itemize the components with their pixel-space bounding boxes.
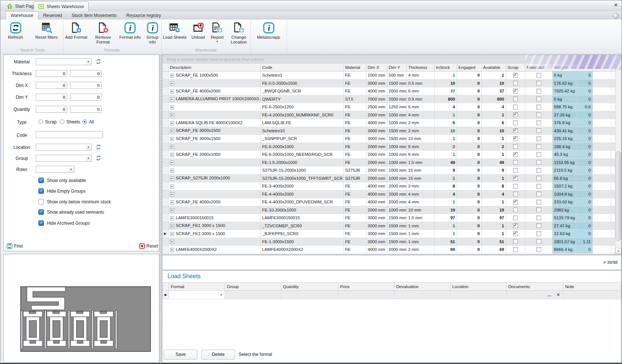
type-radio-all[interactable] (82, 119, 87, 124)
metalclick-checkbox[interactable] (536, 216, 541, 220)
table-row[interactable]: +FE-6-2500x1250FE2500 mm1250 mm6 mm40458… (162, 103, 615, 111)
metalclick-checkbox[interactable] (536, 105, 541, 109)
ribbon-tab-warehouse[interactable]: Warehouse (6, 11, 38, 20)
table-row[interactable]: +SCRAP_S275JR 2000x1000S275JR-15-2000x10… (162, 174, 615, 182)
vertical-scrollbar[interactable]: ▲ ▼ (615, 64, 621, 254)
metalclick-checkbox[interactable] (536, 184, 541, 189)
ls-column-header-note[interactable]: Note (563, 283, 621, 291)
load-sheets-row[interactable]: ▶ ▼ … ✕ (163, 291, 621, 299)
metalclick-checkbox[interactable] (536, 231, 541, 236)
ribbon-tab-resource-registry[interactable]: Resource registry (121, 11, 166, 20)
thickness-max-input[interactable] (70, 70, 101, 77)
table-row[interactable]: ▶+SCRAP_FE1 3000 x 1500_BJFKPPEI_SCR0FE3… (162, 230, 615, 238)
scrap-checkbox[interactable] (513, 73, 518, 78)
scrap-checkbox[interactable] (513, 247, 518, 252)
expand-icon[interactable]: + (170, 192, 174, 196)
unload-button[interactable]: Unload ▾ (189, 22, 207, 45)
ribbon-tab-reserved[interactable]: Reserved (38, 11, 67, 20)
table-row[interactable]: +LAMIERA SQLIB FE 4000X1000X2LAM.SQLIB.F… (162, 119, 615, 127)
expand-icon[interactable]: + (170, 248, 174, 252)
expand-icon[interactable]: + (170, 137, 174, 141)
code-input[interactable] (36, 131, 103, 138)
scrap-checkbox[interactable] (513, 128, 518, 133)
table-row[interactable]: +FE-4-2000x1000_MJMRKKNF_SCR0FE2000 mm10… (162, 111, 615, 119)
note-cell[interactable] (563, 291, 621, 299)
table-row[interactable]: +SCRAP_FE 1000x500Scheletro1FE1000 mm500… (162, 71, 615, 80)
checkbox-hide-archived-groups[interactable] (38, 220, 44, 226)
ribbon-tab-stock-item-movements[interactable]: Stock Item Movements (67, 11, 121, 20)
refresh-button[interactable]: Refresh (2, 22, 29, 40)
ls-column-header-price[interactable]: Price (338, 283, 394, 291)
scrap-checkbox[interactable] (513, 136, 518, 141)
metalclick-checkbox[interactable] (536, 73, 541, 78)
ls-column-header-devaluation[interactable]: Devaluation (394, 283, 450, 291)
checkbox-show-only-below-minimum-stock[interactable] (38, 199, 44, 204)
metalclick-checkbox[interactable] (536, 207, 541, 212)
expand-icon[interactable]: + (170, 145, 174, 149)
table-row[interactable]: +FE-6-2000x1000FE2000 mm1000 mm6 mm20218… (162, 143, 615, 151)
metalclick-checkbox[interactable] (536, 144, 541, 149)
column-header-code[interactable]: Code (260, 64, 343, 71)
scrap-checkbox[interactable] (513, 152, 518, 157)
ribbon-options-button[interactable] (613, 13, 619, 19)
format-info-button[interactable]: i Format info (117, 22, 143, 45)
scrap-checkbox[interactable] (513, 81, 518, 85)
close-icon[interactable]: ✕ (614, 2, 618, 8)
expand-icon[interactable]: + (170, 169, 174, 173)
expand-icon[interactable]: + (170, 121, 174, 125)
ls-column-header-documents[interactable]: Documents (507, 283, 563, 291)
scrap-checkbox[interactable] (513, 231, 518, 236)
location-select[interactable]: ▼ (36, 144, 92, 151)
table-row[interactable]: +FE-1.5-2000x1000FE2000 mm1000 mm1.5 mm4… (162, 158, 615, 167)
table-row[interactable]: +SCRAP_FE 4000x2000FE-4-4000x2000_DPUVEO… (162, 198, 615, 206)
metalclick-checkbox[interactable] (536, 89, 541, 94)
table-row[interactable]: +FE-3-4000x2000FE4000 mm2000 mm3 mm80815… (162, 182, 615, 190)
column-header-dim-x[interactable]: Dim X (366, 64, 387, 71)
scrap-checkbox[interactable] (513, 144, 518, 149)
scrap-checkbox[interactable] (513, 192, 518, 196)
scrollbar-thumb[interactable] (616, 151, 621, 241)
dimy-min-input[interactable] (36, 94, 67, 101)
scrap-checkbox[interactable] (513, 112, 518, 117)
documents-browse-button[interactable]: … (547, 293, 552, 297)
table-row[interactable]: +FE-1-3000x1500FE3000 mm1500 mm1 mm51051… (162, 238, 615, 246)
table-row[interactable]: +LAMFE3000150015LAMFE3000150015FE3000 mm… (162, 214, 615, 222)
expand-icon[interactable]: + (170, 90, 174, 94)
reset-button[interactable]: Reset (139, 243, 158, 249)
checkbox-show-already-used-remnants[interactable] (38, 209, 44, 215)
ls-column-header-format[interactable]: Format (169, 283, 225, 291)
format-select[interactable]: ▼ (169, 291, 225, 299)
group-select[interactable]: ▼ (36, 155, 92, 162)
metalclick-checkbox[interactable] (536, 176, 541, 181)
metalscrapp-button[interactable]: i Metalscrapp (252, 22, 285, 40)
column-header-description[interactable]: Description (168, 64, 260, 71)
table-row[interactable]: +FE-10-2000x1000FE2000 mm1000 mm10 mm190… (162, 206, 615, 214)
scrap-checkbox[interactable] (513, 216, 518, 220)
dimy-max-input[interactable] (70, 94, 101, 101)
expand-icon[interactable]: + (170, 176, 174, 181)
expand-icon[interactable]: + (170, 240, 174, 244)
scrap-checkbox[interactable] (513, 200, 518, 204)
column-header-thickness[interactable]: Thickness (407, 64, 434, 71)
column-header-scrap[interactable]: Scrap (506, 64, 525, 71)
expand-icon[interactable]: + (170, 200, 174, 204)
expand-icon[interactable]: + (170, 216, 174, 220)
metalclick-checkbox[interactable] (536, 168, 541, 173)
expand-icon[interactable]: + (170, 129, 174, 133)
table-row[interactable]: +SCRAP_FE 3000x1500Scheletro10FE3000 mm1… (162, 127, 615, 135)
metalclick-checkbox[interactable] (536, 239, 541, 244)
material-refresh-icon[interactable] (96, 59, 101, 64)
metalclick-checkbox[interactable] (536, 192, 541, 196)
metalclick-checkbox[interactable] (536, 128, 541, 133)
dimx-min-input[interactable] (36, 82, 67, 89)
location-cell[interactable] (450, 291, 507, 299)
dimx-max-input[interactable] (70, 82, 101, 89)
scrap-checkbox[interactable] (513, 223, 518, 228)
column-header-dim-y[interactable]: Dim Y (387, 64, 407, 71)
column-header-instock[interactable]: InStock (434, 64, 457, 71)
report-dropdown-arrow[interactable]: ▾ (217, 40, 218, 43)
expand-icon[interactable]: + (170, 224, 174, 228)
rows-select[interactable]: ▼ (36, 166, 75, 173)
table-row[interactable]: +SCRAP_FE 3000x1500_SSNPIFUP_SCRFE3000 m… (162, 135, 615, 143)
expand-icon[interactable]: + (170, 232, 174, 236)
